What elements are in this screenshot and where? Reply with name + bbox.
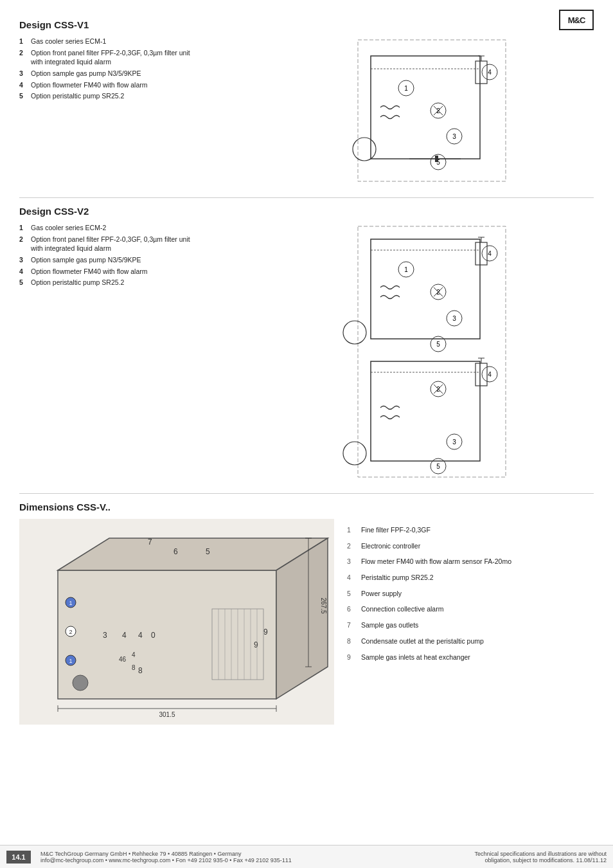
dimensions-svg: 1 2 1 3 4 4 0 5 6 7: [19, 519, 334, 725]
dimensions-legend: 1Fine filter FPF-2-0,3GF2Electronic cont…: [347, 519, 594, 725]
legend-item: 3Flow meter FM40 with flow alarm sensor …: [347, 557, 594, 566]
svg-text:9: 9: [263, 628, 268, 637]
svg-text:7: 7: [148, 538, 152, 547]
legend-item: 1Fine filter FPF-2-0,3GF: [347, 525, 594, 535]
svg-text:0: 0: [151, 631, 155, 640]
svg-text:1: 1: [404, 266, 408, 273]
svg-text:4: 4: [488, 69, 492, 76]
svg-rect-20: [435, 156, 438, 162]
svg-point-12: [353, 138, 376, 161]
legend-item: 9Sample gas inlets at heat exchanger: [347, 653, 594, 662]
page: M&C Design CSS-V1 1Gas cooler series ECM…: [0, 0, 613, 868]
divider-1: [19, 197, 594, 198]
svg-text:4: 4: [132, 651, 136, 658]
svg-text:4: 4: [488, 371, 492, 378]
logo-text: M&C: [568, 15, 585, 25]
list-item: 1Gas cooler series ECM-1: [19, 37, 193, 46]
design-section-v1: 1Gas cooler series ECM-12Option front pa…: [19, 37, 594, 185]
svg-text:3: 3: [452, 133, 456, 140]
svg-text:3: 3: [452, 439, 456, 446]
design-v1-list: 1Gas cooler series ECM-12Option front pa…: [19, 37, 199, 185]
svg-rect-13: [475, 61, 487, 84]
section1-title: Design CSS-V1: [19, 19, 594, 30]
svg-text:5: 5: [436, 341, 440, 348]
svg-text:4: 4: [138, 631, 143, 640]
list-item: 5Option peristaltic pump SR25.2: [19, 278, 193, 287]
list-item: 5Option peristaltic pump SR25.2: [19, 91, 193, 101]
list-item: 2Option front panel filter FPF-2-0,3GF, …: [19, 235, 193, 253]
svg-text:267.5: 267.5: [320, 597, 327, 613]
svg-text:1: 1: [404, 85, 408, 92]
footer: 14.1 M&C TechGroup Germany GmbH • Rehhec…: [0, 845, 613, 868]
svg-text:4: 4: [122, 631, 127, 640]
design-v1-diagram: 1 2 3 4 5: [199, 37, 594, 185]
footer-right: Technical specifications and illustratio…: [474, 851, 607, 863]
footer-contact: info@mc-techgroup.com • www.mc-techgroup…: [40, 857, 474, 863]
list-item: 4Option flowmeter FM40 with flow alarm: [19, 267, 193, 276]
legend-item: 2Electronic controller: [347, 541, 594, 551]
svg-text:3: 3: [452, 315, 456, 322]
svg-rect-34: [475, 242, 487, 265]
svg-text:5: 5: [436, 463, 440, 470]
svg-point-94: [73, 675, 88, 691]
list-item: 1Gas cooler series ECM-2: [19, 223, 193, 233]
svg-rect-21: [358, 226, 506, 477]
legend-item: 4Peristaltic pump SR25.2: [347, 573, 594, 583]
svg-text:8: 8: [132, 664, 136, 671]
divider-2: [19, 493, 594, 494]
svg-text:1: 1: [69, 600, 72, 606]
svg-text:46: 46: [119, 656, 127, 663]
svg-text:6: 6: [173, 547, 178, 556]
svg-text:9: 9: [254, 640, 258, 649]
css-v2-svg: 1 2 3 4 5: [281, 223, 512, 480]
dimensions-content: 1 2 1 3 4 4 0 5 6 7: [19, 519, 594, 725]
footer-page-number: 14.1: [6, 851, 31, 863]
svg-text:1: 1: [69, 658, 72, 664]
dimensions-title: Dimensions CSS-V..: [19, 502, 594, 512]
legend-item: 7Sample gas outlets: [347, 620, 594, 630]
svg-text:2: 2: [69, 629, 72, 635]
section2-title: Design CSS-V2: [19, 206, 594, 217]
svg-text:301.5: 301.5: [159, 711, 175, 718]
list-item: 3Option sample gas pump N3/5/9KPE: [19, 255, 193, 265]
dimensions-section: Dimensions CSS-V..: [19, 502, 594, 725]
footer-disclaimer-1: Technical specifications and illustratio…: [474, 851, 607, 857]
svg-rect-40: [371, 361, 480, 461]
dimensions-image: 1 2 1 3 4 4 0 5 6 7: [19, 519, 334, 725]
svg-rect-22: [371, 239, 480, 339]
design-v2-list: 1Gas cooler series ECM-22Option front pa…: [19, 223, 199, 480]
footer-disclaimer-2: obligation, subject to modifications. 11…: [474, 857, 607, 863]
svg-rect-50: [475, 363, 487, 386]
footer-left: M&C TechGroup Germany GmbH • Rehhecke 79…: [40, 851, 474, 863]
legend-item: 8Condensate outlet at the peristaltic pu…: [347, 637, 594, 646]
svg-point-49: [343, 442, 366, 465]
footer-company: M&C TechGroup Germany GmbH • Rehhecke 79…: [40, 851, 474, 857]
legend-item: 6Connection collective alarm: [347, 604, 594, 614]
list-item: 3Option sample gas pump N3/5/9KPE: [19, 69, 193, 78]
list-item: 2Option front panel filter FPF-2-0,3GF, …: [19, 48, 193, 67]
legend-item: 5Power supply: [347, 589, 594, 599]
svg-text:5: 5: [206, 547, 210, 556]
svg-text:3: 3: [103, 631, 107, 640]
logo: M&C: [559, 10, 594, 30]
svg-text:8: 8: [138, 666, 143, 675]
design-v2-diagram: 1 2 3 4 5: [199, 223, 594, 480]
svg-text:4: 4: [488, 250, 492, 257]
list-item: 4Option flowmeter FM40 with flow alarm: [19, 80, 193, 90]
css-v1-svg: 1 2 3 4 5: [281, 37, 512, 185]
svg-point-33: [343, 321, 366, 344]
design-section-v2: 1Gas cooler series ECM-22Option front pa…: [19, 223, 594, 480]
